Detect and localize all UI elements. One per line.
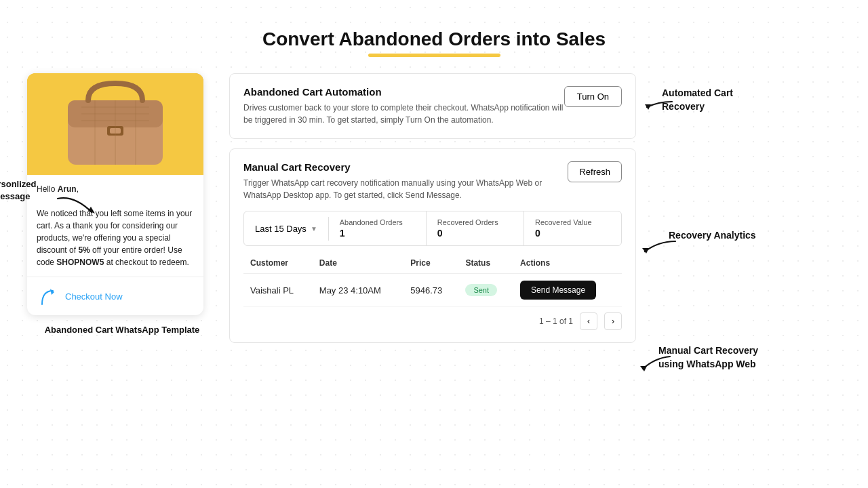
chevron-down-icon: ▼ bbox=[311, 225, 317, 232]
recovered-value-stat: Recovered Value 0 bbox=[524, 211, 621, 245]
manual-cart-recovery-arrow bbox=[636, 350, 673, 377]
automation-panel-title: Abandoned Cart Automation bbox=[243, 86, 564, 98]
pagination-prev[interactable]: ‹ bbox=[580, 312, 597, 330]
turn-on-button[interactable]: Turn On bbox=[564, 86, 622, 107]
product-image bbox=[27, 73, 203, 175]
table-row: Vaishali PL May 23 4:10AM 5946.73 Sent S… bbox=[243, 274, 622, 307]
svg-marker-15 bbox=[640, 366, 647, 371]
cell-price: 5946.73 bbox=[403, 274, 458, 307]
cell-customer: Vaishali PL bbox=[243, 274, 313, 307]
orders-table: Customer Date Price Status Actions Vaish… bbox=[243, 253, 622, 307]
checkout-arrow-decoration bbox=[37, 285, 58, 307]
svg-marker-14 bbox=[642, 248, 649, 253]
pagination-next[interactable]: › bbox=[604, 312, 622, 330]
pagination: 1 – 1 of 1 ‹ › bbox=[243, 312, 622, 330]
col-status: Status bbox=[458, 253, 513, 274]
abandoned-cart-label: Abandoned Cart WhatsApp Template bbox=[20, 323, 217, 337]
status-badge: Sent bbox=[465, 284, 497, 296]
checkout-link[interactable]: Checkout Now bbox=[65, 291, 123, 302]
whatsapp-card: Hello Arun, We noticed that you left som… bbox=[27, 73, 203, 315]
abandoned-orders-stat: Abandoned Orders 1 bbox=[329, 211, 427, 245]
cell-action[interactable]: Send Message bbox=[513, 274, 622, 307]
automated-cart-recovery-label: Automated Cart Recovery bbox=[662, 87, 770, 113]
refresh-button[interactable]: Refresh bbox=[568, 161, 622, 182]
col-actions: Actions bbox=[513, 253, 622, 274]
personalized-arrow bbox=[54, 192, 102, 229]
manual-recovery-panel: Manual Cart Recovery Trigger WhatsApp ca… bbox=[229, 148, 636, 343]
send-message-button[interactable]: Send Message bbox=[520, 281, 596, 300]
pagination-info: 1 – 1 of 1 bbox=[539, 317, 573, 326]
col-date: Date bbox=[313, 253, 403, 274]
personalized-message-label: Personlized Message bbox=[0, 178, 49, 203]
col-customer: Customer bbox=[243, 253, 313, 274]
manual-recovery-desc: Trigger WhatsApp cart recovery notificat… bbox=[243, 177, 568, 201]
manual-recovery-title: Manual Cart Recovery bbox=[243, 161, 568, 173]
automated-recovery-arrow bbox=[642, 88, 675, 119]
recovery-analytics-arrow bbox=[638, 228, 679, 262]
date-filter[interactable]: Last 15 Days ▼ bbox=[244, 217, 329, 241]
manual-cart-recovery-label: Manual Cart Recovery using WhatsApp Web bbox=[658, 344, 770, 371]
analytics-bar: Last 15 Days ▼ Abandoned Orders 1 Recove… bbox=[243, 211, 622, 246]
svg-marker-12 bbox=[50, 289, 54, 295]
cell-status: Sent bbox=[458, 274, 513, 307]
checkout-section: Checkout Now bbox=[27, 277, 203, 315]
page-title: Convert Abandoned Orders into Sales bbox=[262, 28, 606, 50]
recovered-orders-stat: Recovered Orders 0 bbox=[427, 211, 524, 245]
cell-date: May 23 4:10AM bbox=[313, 274, 403, 307]
message-body: Hello Arun, We noticed that you left som… bbox=[27, 175, 203, 277]
automation-panel: Abandoned Cart Automation Drives custome… bbox=[229, 73, 636, 139]
col-price: Price bbox=[403, 253, 458, 274]
svg-marker-13 bbox=[645, 104, 651, 110]
automation-panel-desc: Drives customer back to your store to co… bbox=[243, 102, 564, 126]
recovery-analytics-label: Recovery Analytics bbox=[669, 229, 770, 243]
